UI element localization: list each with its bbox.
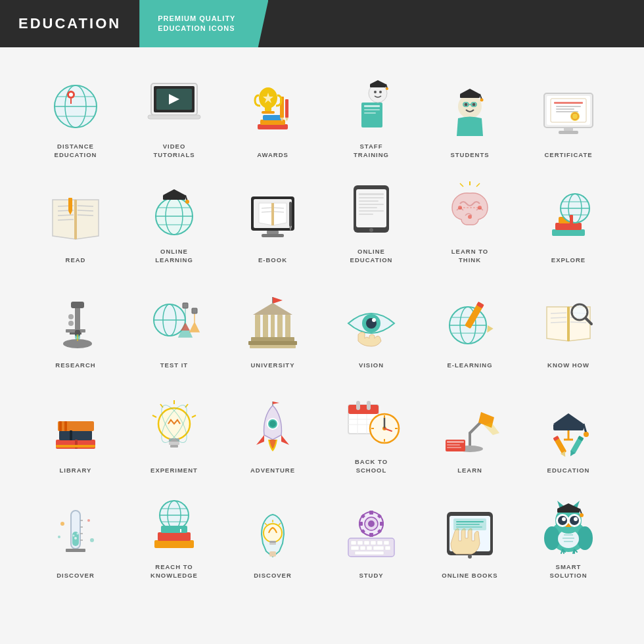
svg-rect-89 — [359, 197, 384, 198]
svg-rect-126 — [183, 303, 188, 308]
svg-rect-297 — [557, 509, 580, 513]
svg-line-60 — [58, 219, 74, 220]
svg-rect-162 — [58, 421, 94, 431]
svg-line-59 — [58, 215, 74, 216]
svg-point-74 — [185, 200, 189, 204]
svg-rect-253 — [371, 541, 376, 545]
svg-line-200 — [470, 422, 481, 433]
svg-rect-228 — [66, 549, 85, 552]
svg-rect-71 — [163, 195, 185, 200]
icon-online-education: ONLINEEDUCATION — [322, 166, 421, 271]
svg-rect-161 — [59, 430, 92, 440]
icon-education: EDUCATION — [519, 376, 618, 481]
svg-rect-21 — [265, 107, 271, 111]
svg-rect-138 — [250, 345, 296, 348]
header-title-block: EDUCATION — [0, 0, 139, 47]
icon-explore: EXPLORE — [519, 166, 618, 271]
icon-read: READ — [26, 166, 125, 271]
know-how-icon — [536, 290, 601, 356]
svg-point-34 — [386, 87, 388, 90]
svg-rect-135 — [285, 315, 290, 338]
university-icon — [240, 290, 306, 356]
svg-line-151 — [551, 313, 566, 313]
svg-point-281 — [544, 526, 560, 550]
icon-certificate: CERTIFICATE — [519, 60, 618, 166]
students-label: STUDENTS — [450, 151, 489, 159]
svg-point-101 — [468, 215, 472, 219]
icon-distance-education: DISTANCEEDUCATION — [26, 60, 125, 166]
icon-discover-head: DISCOVER — [223, 481, 322, 586]
study-icon — [338, 501, 404, 566]
svg-marker-32 — [370, 80, 386, 84]
svg-point-120 — [68, 321, 74, 326]
know-how-label: KNOW HOW — [547, 361, 589, 369]
svg-rect-127 — [192, 308, 197, 313]
adventure-label: ADVENTURE — [250, 467, 295, 474]
svg-rect-49 — [556, 106, 581, 107]
svg-rect-205 — [447, 444, 460, 446]
vision-icon — [338, 290, 404, 356]
svg-rect-48 — [554, 102, 583, 104]
svg-point-221 — [74, 537, 77, 540]
back-to-school-label: BACK TOSCHOOL — [355, 458, 388, 474]
svg-rect-82 — [289, 202, 292, 227]
svg-point-294 — [562, 517, 566, 521]
smart-solution-icon — [536, 492, 601, 558]
svg-rect-137 — [248, 341, 297, 345]
svg-rect-248 — [269, 551, 276, 557]
library-icon — [43, 396, 108, 461]
online-books-icon — [437, 501, 503, 566]
svg-rect-27 — [364, 112, 376, 114]
education-label: EDUCATION — [547, 467, 590, 474]
svg-point-300 — [580, 513, 584, 517]
svg-point-279 — [468, 555, 472, 559]
svg-rect-277 — [456, 524, 480, 525]
svg-rect-251 — [357, 541, 363, 545]
svg-rect-50 — [556, 108, 574, 110]
icon-study: STUDY — [322, 481, 421, 586]
icon-e-learning: E-LEARNING — [421, 271, 519, 376]
svg-marker-182 — [273, 402, 279, 404]
svg-rect-184 — [348, 405, 379, 414]
svg-point-180 — [269, 421, 276, 427]
svg-rect-77 — [271, 203, 274, 225]
svg-line-174 — [192, 415, 196, 417]
svg-rect-268 — [380, 522, 384, 526]
students-icon — [437, 80, 503, 146]
e-book-label: E-BOOK — [258, 256, 287, 264]
svg-rect-90 — [359, 200, 379, 202]
staff-training-icon — [338, 72, 404, 137]
experiment-icon — [141, 396, 207, 461]
svg-line-299 — [580, 509, 582, 514]
svg-point-37 — [472, 103, 476, 106]
e-learning-icon — [437, 290, 503, 356]
svg-point-158 — [573, 306, 586, 319]
library-label: LIBRARY — [60, 467, 92, 474]
svg-rect-239 — [158, 532, 191, 541]
svg-point-223 — [73, 534, 75, 536]
video-tutorials-icon — [141, 72, 207, 137]
svg-rect-91 — [359, 204, 384, 205]
svg-rect-257 — [360, 546, 365, 550]
reach-to-knowledge-icon — [141, 492, 207, 558]
distance-education-label: DISTANCEEDUCATION — [55, 143, 97, 159]
svg-rect-254 — [377, 541, 382, 545]
svg-point-6 — [69, 93, 73, 97]
svg-point-229 — [60, 522, 64, 526]
online-education-icon — [338, 177, 404, 242]
e-book-icon — [240, 185, 306, 251]
svg-point-95 — [369, 228, 373, 232]
svg-rect-252 — [364, 541, 369, 545]
svg-point-222 — [77, 532, 79, 534]
icon-learn-to-think: LEARN TOTHINK — [421, 166, 519, 271]
svg-line-209 — [584, 424, 586, 433]
svg-rect-266 — [369, 533, 373, 537]
svg-rect-18 — [285, 99, 288, 118]
awards-label: AWARDS — [257, 151, 288, 159]
learn-label: LEARN — [457, 467, 482, 474]
svg-line-63 — [78, 206, 93, 206]
svg-rect-250 — [351, 541, 356, 545]
svg-rect-85 — [262, 234, 284, 237]
svg-point-35 — [458, 95, 482, 118]
svg-rect-238 — [154, 540, 194, 548]
